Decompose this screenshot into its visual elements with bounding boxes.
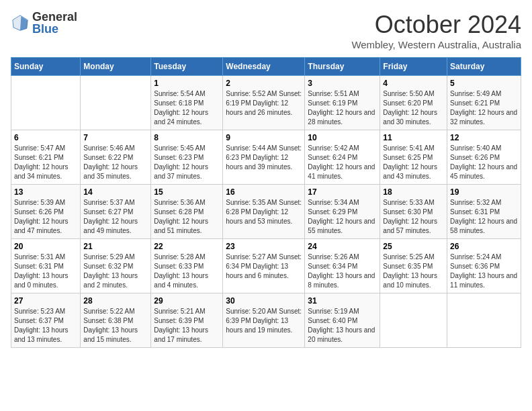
- weekday-header-tuesday: Tuesday: [151, 58, 223, 76]
- day-number: 1: [154, 79, 220, 88]
- day-detail: Sunrise: 5:51 AM Sunset: 6:19 PM Dayligh…: [308, 89, 377, 127]
- day-detail: Sunrise: 5:41 AM Sunset: 6:25 PM Dayligh…: [383, 144, 444, 181]
- day-detail: Sunrise: 5:24 AM Sunset: 6:36 PM Dayligh…: [450, 253, 518, 290]
- day-detail: Sunrise: 5:42 AM Sunset: 6:24 PM Dayligh…: [308, 144, 377, 181]
- calendar-cell: 29Sunrise: 5:21 AM Sunset: 6:39 PM Dayli…: [151, 293, 223, 348]
- calendar-cell: 11Sunrise: 5:41 AM Sunset: 6:25 PM Dayli…: [380, 130, 447, 185]
- calendar-cell: 31Sunrise: 5:19 AM Sunset: 6:40 PM Dayli…: [305, 293, 380, 348]
- calendar-cell: 25Sunrise: 5:25 AM Sunset: 6:35 PM Dayli…: [380, 239, 447, 293]
- logo-icon: [11, 13, 30, 32]
- day-detail: Sunrise: 5:46 AM Sunset: 6:22 PM Dayligh…: [83, 144, 148, 181]
- weekday-header-thursday: Thursday: [305, 58, 380, 76]
- day-detail: Sunrise: 5:47 AM Sunset: 6:21 PM Dayligh…: [14, 144, 77, 181]
- weekday-header-wednesday: Wednesday: [223, 58, 305, 76]
- calendar-cell: 16Sunrise: 5:35 AM Sunset: 6:28 PM Dayli…: [223, 185, 305, 239]
- calendar-cell: 15Sunrise: 5:36 AM Sunset: 6:28 PM Dayli…: [151, 185, 223, 239]
- weekday-header-row: SundayMondayTuesdayWednesdayThursdayFrid…: [11, 58, 521, 76]
- day-number: 28: [83, 296, 148, 306]
- logo-text: General Blue: [32, 11, 77, 35]
- calendar-cell: [81, 76, 151, 130]
- calendar-cell: 5Sunrise: 5:49 AM Sunset: 6:21 PM Daylig…: [447, 76, 521, 130]
- calendar-cell: [11, 76, 81, 130]
- calendar-cell: [447, 293, 521, 348]
- day-number: 12: [450, 133, 518, 142]
- day-number: 25: [383, 242, 444, 251]
- day-detail: Sunrise: 5:44 AM Sunset: 6:23 PM Dayligh…: [226, 144, 302, 172]
- calendar-cell: 20Sunrise: 5:31 AM Sunset: 6:31 PM Dayli…: [11, 239, 81, 293]
- calendar-cell: [380, 293, 447, 348]
- day-number: 5: [450, 79, 518, 88]
- calendar-cell: 19Sunrise: 5:32 AM Sunset: 6:31 PM Dayli…: [447, 185, 521, 239]
- calendar-cell: 8Sunrise: 5:45 AM Sunset: 6:23 PM Daylig…: [151, 130, 223, 185]
- day-number: 7: [83, 133, 148, 142]
- day-detail: Sunrise: 5:45 AM Sunset: 6:23 PM Dayligh…: [154, 144, 220, 181]
- day-detail: Sunrise: 5:36 AM Sunset: 6:28 PM Dayligh…: [154, 198, 220, 236]
- day-number: 30: [226, 296, 302, 306]
- day-number: 18: [383, 187, 444, 197]
- calendar-week-row: 13Sunrise: 5:39 AM Sunset: 6:26 PM Dayli…: [11, 185, 521, 239]
- calendar-week-row: 20Sunrise: 5:31 AM Sunset: 6:31 PM Dayli…: [11, 239, 521, 293]
- calendar-cell: 7Sunrise: 5:46 AM Sunset: 6:22 PM Daylig…: [81, 130, 151, 185]
- day-number: 31: [308, 296, 377, 306]
- calendar-cell: 4Sunrise: 5:50 AM Sunset: 6:20 PM Daylig…: [380, 76, 447, 130]
- day-detail: Sunrise: 5:20 AM Sunset: 6:39 PM Dayligh…: [226, 307, 302, 335]
- day-detail: Sunrise: 5:27 AM Sunset: 6:34 PM Dayligh…: [226, 253, 302, 281]
- day-detail: Sunrise: 5:33 AM Sunset: 6:30 PM Dayligh…: [383, 198, 444, 236]
- calendar-cell: 14Sunrise: 5:37 AM Sunset: 6:27 PM Dayli…: [81, 185, 151, 239]
- day-number: 16: [226, 187, 302, 197]
- day-detail: Sunrise: 5:37 AM Sunset: 6:27 PM Dayligh…: [83, 198, 148, 236]
- weekday-header-saturday: Saturday: [447, 58, 521, 76]
- day-number: 17: [308, 187, 377, 197]
- day-number: 19: [450, 187, 518, 197]
- calendar-cell: 28Sunrise: 5:22 AM Sunset: 6:38 PM Dayli…: [81, 293, 151, 348]
- day-number: 10: [308, 133, 377, 142]
- calendar-header: SundayMondayTuesdayWednesdayThursdayFrid…: [11, 58, 521, 76]
- title-area: October 2024 Wembley, Western Australia,…: [351, 11, 521, 50]
- day-detail: Sunrise: 5:28 AM Sunset: 6:33 PM Dayligh…: [154, 253, 220, 290]
- day-number: 2: [226, 79, 302, 88]
- day-detail: Sunrise: 5:39 AM Sunset: 6:26 PM Dayligh…: [14, 198, 77, 236]
- location-title: Wembley, Western Australia, Australia: [351, 39, 521, 50]
- day-number: 3: [308, 79, 377, 88]
- weekday-header-sunday: Sunday: [11, 58, 81, 76]
- day-detail: Sunrise: 5:49 AM Sunset: 6:21 PM Dayligh…: [450, 89, 518, 127]
- calendar-week-row: 1Sunrise: 5:54 AM Sunset: 6:18 PM Daylig…: [11, 76, 521, 130]
- day-detail: Sunrise: 5:40 AM Sunset: 6:26 PM Dayligh…: [450, 144, 518, 181]
- calendar-cell: 26Sunrise: 5:24 AM Sunset: 6:36 PM Dayli…: [447, 239, 521, 293]
- day-detail: Sunrise: 5:32 AM Sunset: 6:31 PM Dayligh…: [450, 198, 518, 236]
- day-number: 23: [226, 242, 302, 251]
- day-number: 6: [14, 133, 77, 142]
- day-detail: Sunrise: 5:50 AM Sunset: 6:20 PM Dayligh…: [383, 89, 444, 127]
- header: General Blue October 2024 Wembley, Weste…: [11, 11, 521, 50]
- day-number: 11: [383, 133, 444, 142]
- calendar-cell: 24Sunrise: 5:26 AM Sunset: 6:34 PM Dayli…: [305, 239, 380, 293]
- calendar-cell: 27Sunrise: 5:23 AM Sunset: 6:37 PM Dayli…: [11, 293, 81, 348]
- calendar-cell: 21Sunrise: 5:29 AM Sunset: 6:32 PM Dayli…: [81, 239, 151, 293]
- day-detail: Sunrise: 5:19 AM Sunset: 6:40 PM Dayligh…: [308, 307, 377, 345]
- calendar-cell: 6Sunrise: 5:47 AM Sunset: 6:21 PM Daylig…: [11, 130, 81, 185]
- calendar-cell: 17Sunrise: 5:34 AM Sunset: 6:29 PM Dayli…: [305, 185, 380, 239]
- day-detail: Sunrise: 5:31 AM Sunset: 6:31 PM Dayligh…: [14, 253, 77, 290]
- day-number: 26: [450, 242, 518, 251]
- day-number: 22: [154, 242, 220, 251]
- day-number: 21: [83, 242, 148, 251]
- day-number: 9: [226, 133, 302, 142]
- day-detail: Sunrise: 5:23 AM Sunset: 6:37 PM Dayligh…: [14, 307, 77, 345]
- weekday-header-monday: Monday: [81, 58, 151, 76]
- calendar-cell: 23Sunrise: 5:27 AM Sunset: 6:34 PM Dayli…: [223, 239, 305, 293]
- logo: General Blue: [11, 11, 77, 35]
- calendar-cell: 1Sunrise: 5:54 AM Sunset: 6:18 PM Daylig…: [151, 76, 223, 130]
- day-number: 27: [14, 296, 77, 306]
- month-title: October 2024: [351, 11, 521, 39]
- day-detail: Sunrise: 5:22 AM Sunset: 6:38 PM Dayligh…: [83, 307, 148, 345]
- day-number: 4: [383, 79, 444, 88]
- calendar-cell: 3Sunrise: 5:51 AM Sunset: 6:19 PM Daylig…: [305, 76, 380, 130]
- calendar-body: 1Sunrise: 5:54 AM Sunset: 6:18 PM Daylig…: [11, 76, 521, 348]
- day-detail: Sunrise: 5:29 AM Sunset: 6:32 PM Dayligh…: [83, 253, 148, 290]
- logo-general-text: General: [32, 11, 77, 23]
- day-detail: Sunrise: 5:21 AM Sunset: 6:39 PM Dayligh…: [154, 307, 220, 345]
- day-detail: Sunrise: 5:34 AM Sunset: 6:29 PM Dayligh…: [308, 198, 377, 236]
- day-detail: Sunrise: 5:26 AM Sunset: 6:34 PM Dayligh…: [308, 253, 377, 290]
- day-detail: Sunrise: 5:35 AM Sunset: 6:28 PM Dayligh…: [226, 198, 302, 226]
- calendar-cell: 2Sunrise: 5:52 AM Sunset: 6:19 PM Daylig…: [223, 76, 305, 130]
